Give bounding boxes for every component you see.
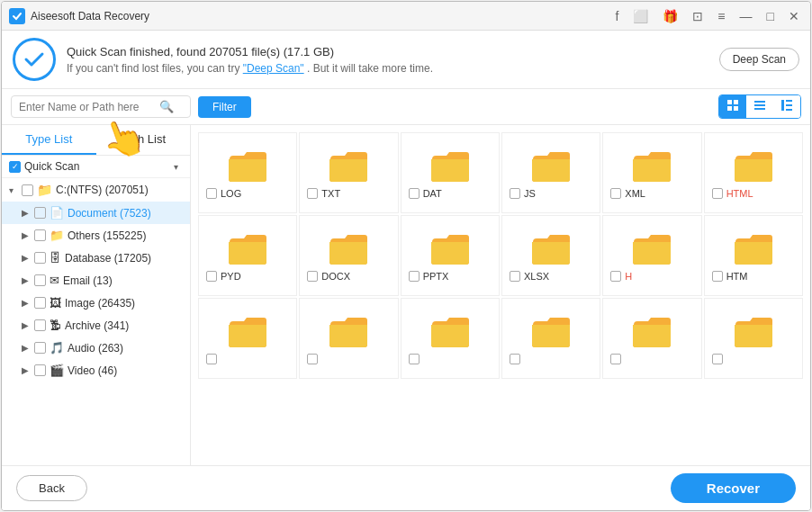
file-item[interactable]: DOCX (299, 215, 398, 296)
deep-scan-link[interactable]: "Deep Scan" (243, 62, 304, 75)
grid-view-button[interactable] (719, 95, 746, 118)
image-chevron[interactable]: ▶ (22, 298, 31, 308)
file-item[interactable]: PYD (198, 215, 297, 296)
file-item[interactable]: HTML (704, 132, 803, 213)
file-item[interactable]: XLSX (501, 215, 600, 296)
file-checkbox[interactable] (712, 188, 723, 199)
file-item[interactable]: H (602, 215, 701, 296)
file-icon-area (531, 233, 571, 265)
archive-checkbox[interactable] (34, 319, 46, 331)
close-icon[interactable]: ✕ (785, 9, 803, 23)
file-item[interactable] (501, 298, 600, 379)
file-item[interactable] (299, 298, 398, 379)
file-name: LOG (221, 188, 241, 199)
image-checkbox[interactable] (34, 297, 46, 309)
tree-item-others[interactable]: ▶ 📁 Others (155225) (2, 224, 190, 247)
register-icon[interactable]: ⊡ (689, 9, 707, 23)
tree-item-audio[interactable]: ▶ 🎵 Audio (263) (2, 337, 190, 359)
email-checkbox[interactable] (34, 274, 46, 286)
file-checkbox[interactable] (307, 354, 318, 364)
quick-scan-checkbox[interactable]: ✓ (9, 161, 21, 173)
list-view-button[interactable] (746, 95, 773, 118)
tree-item-video[interactable]: ▶ 🎬 Video (46) (2, 359, 190, 382)
detail-view-button[interactable] (773, 95, 800, 118)
file-item[interactable] (602, 298, 701, 379)
c-chevron[interactable]: ▾ (9, 185, 18, 195)
db-chevron[interactable]: ▶ (22, 253, 31, 263)
search-box[interactable]: 🔍 (11, 95, 191, 118)
quick-scan-chevron[interactable]: ▾ (174, 162, 183, 172)
tree-item-c[interactable]: ▾ 📁 C:(NTFS) (207051) (2, 178, 190, 202)
file-checkbox[interactable] (409, 271, 420, 282)
filter-button[interactable]: Filter (198, 96, 251, 118)
c-checkbox[interactable] (22, 184, 33, 196)
facebook-icon[interactable]: f (611, 9, 622, 23)
file-checkbox[interactable] (307, 271, 318, 282)
gift-icon[interactable]: 🎁 (659, 9, 681, 23)
search-input[interactable] (19, 101, 154, 113)
file-label-row: HTM (708, 271, 798, 282)
minimize-icon[interactable]: — (736, 9, 756, 23)
archive-chevron[interactable]: ▶ (22, 320, 31, 330)
file-icon-area (734, 316, 773, 348)
file-label-row: H (607, 271, 697, 282)
file-checkbox[interactable] (206, 271, 217, 282)
file-item[interactable]: JS (501, 132, 600, 213)
message-icon[interactable]: ⬜ (629, 9, 652, 23)
file-item[interactable]: TXT (299, 132, 398, 213)
file-item[interactable] (401, 298, 500, 379)
tree-item-database[interactable]: ▶ 🗄 Database (17205) (2, 247, 190, 269)
file-item[interactable]: LOG (198, 132, 297, 213)
quick-scan-row[interactable]: ✓ Quick Scan ▾ (2, 156, 190, 178)
file-item[interactable] (198, 298, 297, 379)
file-name: DOCX (321, 271, 350, 282)
menu-icon[interactable]: ≡ (714, 9, 728, 23)
file-checkbox[interactable] (610, 271, 621, 282)
file-checkbox[interactable] (409, 188, 420, 199)
maximize-icon[interactable]: □ (763, 9, 778, 23)
tree-item-email[interactable]: ▶ ✉ Email (13) (2, 269, 190, 292)
file-checkbox[interactable] (712, 271, 723, 282)
tab-type-list[interactable]: Type List (2, 125, 96, 155)
tree-item-archive[interactable]: ▶ 🗜 Archive (341) (2, 314, 190, 337)
recover-button[interactable]: Recover (671, 473, 796, 503)
doc-checkbox[interactable] (34, 207, 46, 219)
file-checkbox[interactable] (610, 354, 621, 364)
status-text: Quick Scan finished, found 207051 file(s… (67, 45, 719, 75)
db-checkbox[interactable] (34, 252, 46, 264)
svg-rect-3 (727, 106, 732, 111)
file-checkbox[interactable] (307, 188, 318, 199)
back-button[interactable]: Back (16, 475, 87, 501)
file-name: PYD (221, 271, 241, 282)
file-checkbox[interactable] (510, 354, 520, 364)
file-item[interactable]: PPTX (401, 215, 500, 296)
video-chevron[interactable]: ▶ (22, 365, 31, 375)
db-icon: 🗄 (50, 251, 61, 265)
file-item[interactable]: HTM (704, 215, 803, 296)
email-chevron[interactable]: ▶ (22, 275, 31, 285)
file-icon-area (632, 233, 672, 265)
video-checkbox[interactable] (34, 364, 46, 376)
search-icon[interactable]: 🔍 (159, 100, 174, 113)
tab-bar: Type List Path List (2, 125, 190, 156)
others-checkbox[interactable] (34, 229, 46, 241)
file-checkbox[interactable] (206, 354, 217, 364)
file-checkbox[interactable] (409, 354, 420, 364)
file-item[interactable]: DAT (401, 132, 500, 213)
file-checkbox[interactable] (206, 188, 217, 199)
file-item[interactable]: XML (602, 132, 701, 213)
file-checkbox[interactable] (712, 354, 723, 364)
audio-checkbox[interactable] (34, 342, 46, 354)
file-item[interactable] (704, 298, 803, 379)
doc-chevron[interactable]: ▶ (22, 208, 31, 218)
file-checkbox[interactable] (510, 188, 520, 199)
file-checkbox[interactable] (610, 188, 621, 199)
audio-chevron[interactable]: ▶ (22, 343, 31, 353)
others-chevron[interactable]: ▶ (22, 230, 31, 240)
svg-rect-4 (734, 106, 738, 111)
deep-scan-button[interactable]: Deep Scan (719, 48, 799, 71)
file-checkbox[interactable] (510, 271, 520, 282)
tab-path-list[interactable]: Path List (96, 125, 191, 155)
tree-item-document[interactable]: ▶ 📄 Document (7523) (2, 202, 190, 224)
tree-item-image[interactable]: ▶ 🖼 Image (26435) (2, 292, 190, 314)
